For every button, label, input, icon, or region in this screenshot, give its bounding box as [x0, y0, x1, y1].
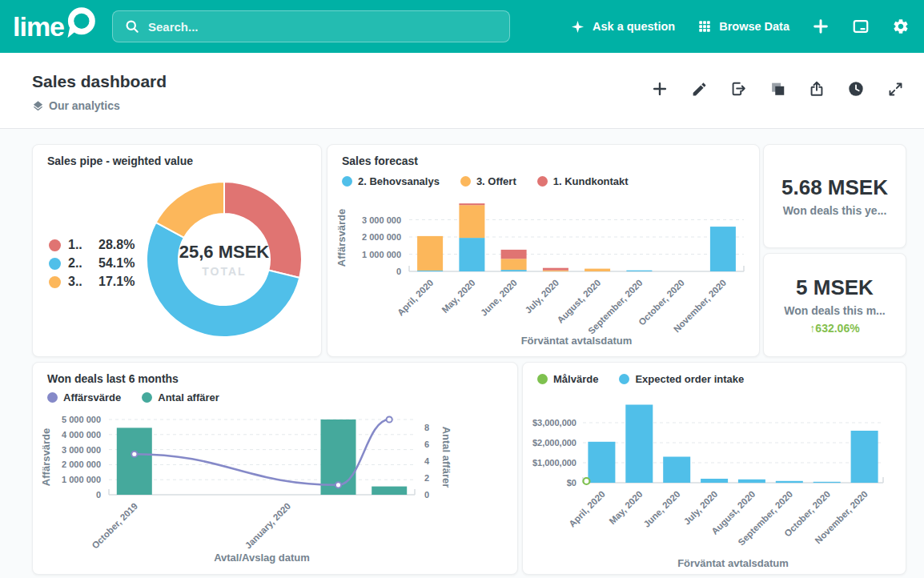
breadcrumb[interactable]: Our analytics: [32, 99, 120, 112]
svg-text:Avtal/Avslag datum: Avtal/Avslag datum: [214, 552, 310, 564]
dashboard-actions: [650, 79, 905, 98]
svg-text:3 000 000: 3 000 000: [362, 215, 401, 225]
svg-text:2 000 000: 2 000 000: [62, 460, 101, 469]
new-item-button[interactable]: [812, 18, 830, 35]
sales-pipe-card: Sales pipe - weighted value 1..28.8%2..5…: [32, 144, 322, 357]
topbar-actions: Ask a question Browse Data: [570, 0, 910, 53]
duplicate-icon[interactable]: [768, 79, 787, 98]
won-deals-year-card[interactable]: 5.68 MSEK Won deals this ye...: [763, 144, 906, 248]
dashboard-header: Sales dashboard Our analytics: [0, 53, 924, 129]
legend-label: Antal affärer: [158, 391, 219, 403]
settings-button[interactable]: [892, 18, 910, 35]
svg-text:$1,000,000: $1,000,000: [532, 458, 576, 468]
svg-text:Förväntat avtalsdatum: Förväntat avtalsdatum: [677, 557, 789, 569]
svg-text:$2,000,000: $2,000,000: [532, 438, 576, 448]
svg-text:6: 6: [424, 440, 429, 449]
svg-text:Förväntat avtalsdatum: Förväntat avtalsdatum: [521, 335, 633, 347]
speech-bubble-icon: [65, 4, 97, 41]
search-placeholder: Search...: [148, 20, 199, 34]
svg-text:Affärsvärde: Affärsvärde: [40, 428, 52, 486]
won-deals-6m-card: Won deals last 6 months AffärsvärdeAntal…: [32, 362, 518, 575]
console-icon: [852, 18, 870, 35]
legend-label: Affärsvärde: [63, 391, 121, 403]
history-icon[interactable]: [846, 79, 866, 98]
change-value: 632.06%: [815, 322, 859, 335]
add-card-button[interactable]: [650, 79, 669, 98]
expected-intake-chart[interactable]: $0$1,000,000$2,000,000$3,000,000April, 2…: [529, 393, 899, 571]
scalar-value: 5 MSEK: [796, 275, 874, 300]
legend-percent: 17.1%: [98, 275, 135, 289]
svg-text:2 000 000: 2 000 000: [362, 232, 401, 242]
scalar-label: Won deals this m...: [784, 304, 886, 317]
plus-icon: [812, 18, 830, 35]
edit-dashboard-button[interactable]: [689, 79, 709, 98]
svg-text:0: 0: [96, 490, 101, 500]
change-badge: ↑ 632.06%: [810, 322, 859, 335]
svg-text:3 000 000: 3 000 000: [62, 445, 101, 455]
browse-data-button[interactable]: Browse Data: [697, 19, 789, 34]
legend-item[interactable]: 2..54.1%: [49, 256, 135, 271]
fullscreen-icon[interactable]: [886, 79, 905, 98]
intake-legend: MålvärdeExpected order intake: [537, 373, 744, 385]
scalar-label: Won deals this ye...: [783, 204, 887, 217]
won6m-legend: AffärsvärdeAntal affärer: [47, 391, 219, 403]
svg-text:May, 2020: May, 2020: [440, 278, 476, 315]
ask-question-button[interactable]: Ask a question: [570, 19, 675, 34]
search-input[interactable]: Search...: [112, 10, 510, 42]
legend-item[interactable]: Expected order intake: [619, 373, 744, 385]
svg-text:4 000 000: 4 000 000: [62, 430, 101, 440]
export-icon[interactable]: [729, 79, 748, 98]
card-title: Won deals last 6 months: [47, 372, 179, 385]
legend-item[interactable]: 1..28.8%: [49, 238, 135, 252]
svg-text:1 000 000: 1 000 000: [362, 250, 401, 259]
pie-legend: 1..28.8%2..54.1%3..17.1%: [49, 238, 135, 289]
legend-item[interactable]: Antal affärer: [142, 391, 219, 403]
svg-text:$3,000,000: $3,000,000: [532, 418, 576, 427]
legend-percent: 28.8%: [98, 238, 135, 252]
sales-forecast-chart[interactable]: 01 000 0002 000 0003 000 000April, 2020M…: [334, 167, 753, 348]
legend-dot: [49, 276, 61, 288]
grid-icon: [697, 19, 712, 34]
search-icon: [124, 18, 140, 34]
sales-pipe-donut-chart[interactable]: [144, 179, 304, 339]
svg-text:August, 2020: August, 2020: [555, 278, 602, 325]
svg-text:Antal affärer: Antal affärer: [440, 427, 452, 488]
ask-question-label: Ask a question: [593, 20, 675, 33]
browse-data-label: Browse Data: [719, 20, 789, 33]
up-arrow-icon: ↑: [810, 322, 815, 335]
scalar-value: 5.68 MSEK: [781, 175, 888, 200]
share-icon[interactable]: [807, 79, 826, 98]
svg-text:July, 2020: July, 2020: [682, 489, 720, 527]
legend-item[interactable]: Affärsvärde: [47, 391, 121, 403]
layers-icon: [32, 100, 44, 112]
expected-intake-card: MålvärdeExpected order intake $0$1,000,0…: [522, 362, 906, 575]
legend-label: Expected order intake: [635, 373, 744, 385]
legend-dot: [142, 392, 152, 403]
svg-text:0: 0: [396, 267, 401, 276]
svg-text:Affärsvärde: Affärsvärde: [335, 209, 348, 267]
legend-item[interactable]: Målvärde: [537, 373, 598, 385]
svg-text:4: 4: [424, 456, 430, 466]
svg-text:June, 2020: June, 2020: [479, 278, 519, 318]
collection-label: Our analytics: [49, 99, 120, 112]
legend-item[interactable]: 3..17.1%: [49, 275, 135, 289]
won-deals-month-card[interactable]: 5 MSEK Won deals this m... ↑ 632.06%: [763, 253, 906, 357]
legend-percent: 54.1%: [98, 256, 135, 271]
lime-logo-text: lime: [13, 13, 64, 40]
svg-text:July, 2020: July, 2020: [524, 278, 561, 315]
svg-text:8: 8: [424, 423, 429, 432]
page-title: Sales dashboard: [32, 72, 167, 91]
svg-text:May, 2020: May, 2020: [607, 489, 644, 526]
lime-logo[interactable]: lime: [13, 0, 97, 53]
legend-dot: [537, 374, 548, 384]
card-title: Sales pipe - weighted value: [47, 155, 193, 167]
svg-text:April, 2020: April, 2020: [567, 489, 607, 529]
legend-label: 1..: [68, 238, 98, 252]
won-deals-6m-chart[interactable]: 01 000 0002 000 0003 000 0004 000 0005 0…: [38, 403, 512, 571]
legend-label: Målvärde: [553, 373, 598, 385]
svg-text:0: 0: [424, 490, 429, 500]
legend-label: 3..: [68, 275, 98, 289]
legend-label: 2..: [68, 256, 98, 271]
console-button[interactable]: [852, 18, 870, 35]
svg-text:January, 2020: January, 2020: [243, 501, 293, 551]
